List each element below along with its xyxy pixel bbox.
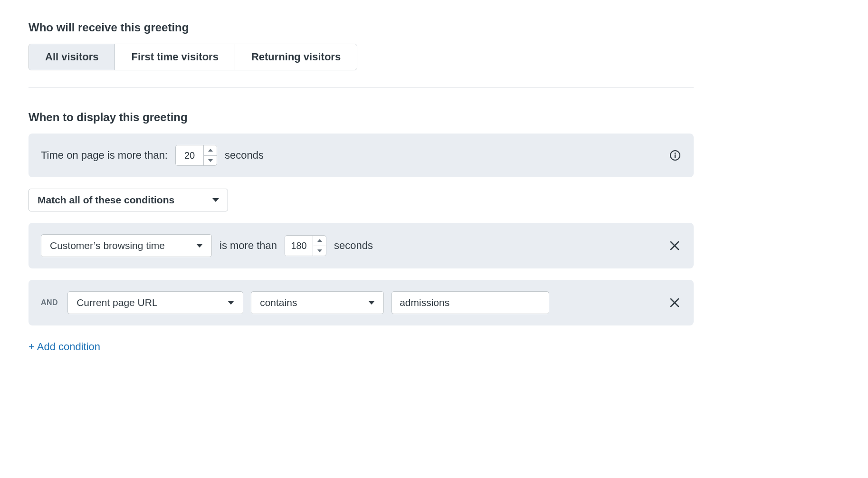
condition-suffix: seconds [334,239,373,252]
time-on-page-block: Time on page is more than: seconds [29,134,694,177]
condition-step-down[interactable] [313,246,326,256]
remove-condition-button[interactable] [668,239,681,252]
condition-step-up[interactable] [313,236,326,246]
match-mode-label: Match all of these conditions [38,194,174,206]
visitor-tab-group: All visitors First time visitors Returni… [29,44,357,70]
svg-point-1 [675,153,676,154]
and-badge: AND [41,298,58,307]
condition-field-select[interactable]: Customer’s browsing time [41,234,212,257]
time-on-page-suffix: seconds [225,149,264,162]
add-condition-link[interactable]: + Add condition [29,341,100,353]
info-icon[interactable] [669,149,681,162]
condition-number-wrap [285,235,326,256]
chevron-down-icon [228,301,234,305]
tab-first-time-visitors[interactable]: First time visitors [115,44,235,70]
time-on-page-step-up[interactable] [204,145,217,156]
condition-row: AND Current page URL contains [29,280,694,325]
caret-up-icon [208,149,213,152]
condition-operator-label: contains [260,297,297,308]
time-on-page-input[interactable] [176,145,203,165]
caret-down-icon [208,159,213,162]
condition-mid-text: is more than [219,239,277,252]
caret-up-icon [317,239,322,242]
match-mode-select[interactable]: Match all of these conditions [29,189,228,211]
tab-all-visitors[interactable]: All visitors [29,44,115,70]
tab-returning-visitors[interactable]: Returning visitors [235,44,357,70]
caret-down-icon [317,249,322,252]
condition-number-input[interactable] [285,236,313,256]
condition-field-select[interactable]: Current page URL [67,291,243,314]
time-on-page-step-down[interactable] [204,156,217,166]
remove-condition-button[interactable] [668,296,681,309]
svg-rect-2 [675,154,676,158]
condition-field-label: Customer’s browsing time [50,240,165,251]
time-on-page-label: Time on page is more than: [41,149,168,162]
when-heading: When to display this greeting [29,111,694,124]
condition-row: Customer’s browsing time is more than se… [29,223,694,268]
chevron-down-icon [212,198,219,202]
condition-field-label: Current page URL [76,297,157,308]
chevron-down-icon [368,301,375,305]
condition-operator-select[interactable]: contains [251,291,384,314]
time-on-page-input-wrap [175,145,217,166]
who-heading: Who will receive this greeting [29,21,694,34]
section-divider [29,87,694,88]
chevron-down-icon [196,244,203,248]
condition-value-input[interactable] [391,291,549,314]
